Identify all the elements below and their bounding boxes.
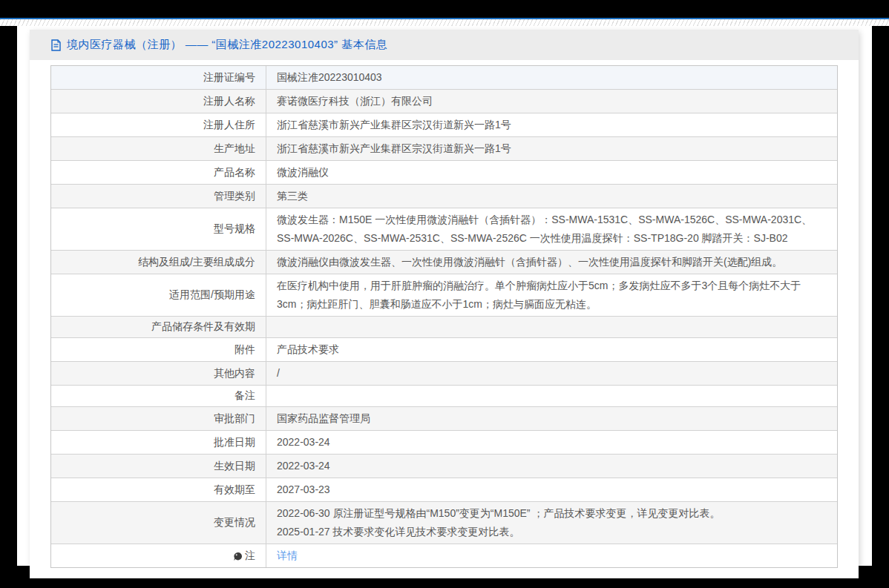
row-other-content: 其他内容 / [51,362,837,386]
row-intended-use: 适用范围/预期用途 在医疗机构中使用，用于肝脏肿瘤的消融治疗。单个肿瘤病灶应小于… [51,274,837,317]
change-line-2: 2025-01-27 技术要求变化详见技术要求变更对比表。 [277,523,827,541]
row-registrant-name: 注册人名称 赛诺微医疗科技（浙江）有限公司 [51,90,837,113]
row-value: 2022-03-24 [266,455,837,478]
document-icon [50,39,62,51]
row-label: 适用范围/预期用途 [51,274,266,316]
row-remarks: 备注 [51,386,837,407]
row-label: 注册证编号 [51,66,266,89]
row-value: 赛诺微医疗科技（浙江）有限公司 [266,90,837,113]
row-expiry-date: 有效期至 2027-03-23 [51,478,837,502]
registration-info-table: 注册证编号 国械注准20223010403 注册人名称 赛诺微医疗科技（浙江）有… [50,65,838,568]
row-value: 第三类 [266,185,837,208]
row-value: 浙江省慈溪市新兴产业集群区宗汉街道新兴一路1号 [266,113,837,136]
row-value: 浙江省慈溪市新兴产业集群区宗汉街道新兴一路1号 [266,137,837,160]
row-product-name: 产品名称 微波消融仪 [51,161,837,185]
window-frame-right [872,26,889,566]
registration-info-card: 境内医疗器械（注册） —— “国械注准20223010403” 基本信息 注册证… [30,30,859,578]
row-label: 生效日期 [51,455,266,478]
row-value: 2022-06-30 原注册证型号规格由“M150”变更为“M150E” ；产品… [266,502,837,544]
row-value [266,386,837,406]
window-frame-left [0,26,17,566]
row-approval-department: 审批部门 国家药品监督管理局 [51,407,837,431]
row-management-class: 管理类别 第三类 [51,185,837,208]
row-value: 2022-03-24 [266,431,837,454]
row-value: 详情 [266,544,837,567]
row-value: 国家药品监督管理局 [266,407,837,430]
row-change-history: 变更情况 2022-06-30 原注册证型号规格由“M150”变更为“M150E… [51,502,837,544]
page: 境内医疗器械（注册） —— “国械注准20223010403” 基本信息 注册证… [0,0,889,588]
row-note: 注 详情 [51,544,837,567]
row-registrant-address: 注册人住所 浙江省慈溪市新兴产业集群区宗汉街道新兴一路1号 [51,113,837,137]
row-model-spec: 型号规格 微波发生器：M150E 一次性使用微波消融针（含插针器）：SS-MWA… [51,208,837,251]
row-value: / [266,362,837,385]
row-approval-date: 批准日期 2022-03-24 [51,431,837,455]
row-label: 生产地址 [51,137,266,160]
note-detail-link[interactable]: 详情 [277,549,298,561]
row-label: 型号规格 [51,208,266,250]
row-label: 注 [51,544,266,567]
row-value: 产品技术要求 [266,338,837,361]
row-effective-date: 生效日期 2022-03-24 [51,455,837,478]
row-label: 审批部门 [51,407,266,430]
row-label: 其他内容 [51,362,266,385]
row-value: 2027-03-23 [266,478,837,501]
page-title: 境内医疗器械（注册） —— “国械注准20223010403” 基本信息 [67,38,387,52]
row-value: 微波消融仪 [266,161,837,184]
row-value: 国械注准20223010403 [266,66,837,89]
row-storage-conditions: 产品储存条件及有效期 [51,317,837,338]
row-label: 备注 [51,386,266,406]
row-label: 结构及组成/主要组成成分 [51,251,266,274]
row-label: 注册人住所 [51,113,266,136]
page-top-hatch-stripe [0,19,889,26]
row-label: 注册人名称 [51,90,266,113]
row-value: 微波消融仪由微波发生器、一次性使用微波消融针（含插针器）、一次性使用温度探针和脚… [266,251,837,274]
row-value [266,317,837,337]
row-label: 批准日期 [51,431,266,454]
row-attachment: 附件 产品技术要求 [51,338,837,362]
row-structure-composition: 结构及组成/主要组成成分 微波消融仪由微波发生器、一次性使用微波消融针（含插针器… [51,251,837,274]
row-value: 微波发生器：M150E 一次性使用微波消融针（含插针器）：SS-MWA-1531… [266,208,837,250]
window-frame-top [0,0,889,18]
row-label: 有效期至 [51,478,266,501]
row-value: 在医疗机构中使用，用于肝脏肿瘤的消融治疗。单个肿瘤病灶应小于5cm；多发病灶应不… [266,274,837,316]
change-line-1: 2022-06-30 原注册证型号规格由“M150”变更为“M150E” ；产品… [277,504,827,523]
row-cert-number: 注册证编号 国械注准20223010403 [51,66,837,90]
row-label: 附件 [51,338,266,361]
row-production-address: 生产地址 浙江省慈溪市新兴产业集群区宗汉街道新兴一路1号 [51,137,837,161]
comment-icon [233,552,243,561]
row-label: 产品储存条件及有效期 [51,317,266,337]
row-label: 管理类别 [51,185,266,208]
card-header: 境内医疗器械（注册） —— “国械注准20223010403” 基本信息 [30,30,859,60]
row-label: 产品名称 [51,161,266,184]
row-label: 变更情况 [51,502,266,544]
